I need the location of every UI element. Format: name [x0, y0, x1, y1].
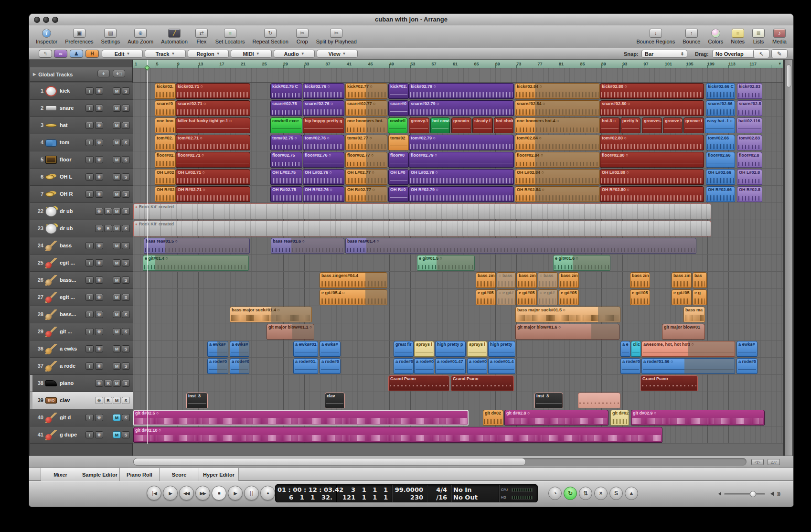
freeze-button[interactable]: ※ — [95, 294, 103, 301]
region[interactable]: kick#02.83 — [737, 83, 762, 99]
region[interactable]: sprays l — [467, 341, 487, 357]
track-row-git-29[interactable]: 29git ...I※MS — [30, 323, 133, 340]
region[interactable]: steady f — [472, 117, 493, 133]
region[interactable]: Grand Piano — [451, 375, 514, 391]
region[interactable]: ●Rock Kit' created — [133, 203, 711, 219]
freeze-button[interactable]: ※ — [95, 191, 103, 198]
solo-button[interactable]: S — [122, 139, 130, 146]
mute-button[interactable]: M — [113, 87, 121, 95]
solo-button[interactable]: S — [122, 277, 130, 284]
region[interactable]: ○ bass — [538, 272, 558, 288]
region[interactable]: floor#02.80 ○ — [600, 152, 704, 168]
input-button[interactable]: I — [85, 173, 94, 181]
region[interactable]: OH R#0 — [388, 186, 409, 202]
toolbar-button-bounce-regions[interactable]: ↓Bounce Regions — [636, 29, 675, 44]
track-row-egit-27[interactable]: 27egit ...I※MS — [30, 289, 133, 306]
region[interactable]: sprays l — [414, 341, 434, 357]
region[interactable]: OH L#02.79 ○ — [409, 169, 514, 185]
region[interactable]: snare#02.77 ○ — [345, 100, 387, 116]
mute-button[interactable]: M — [113, 173, 121, 181]
tab-score[interactable]: Score — [160, 468, 199, 481]
region[interactable]: snare#02.76 ○ — [303, 100, 344, 116]
global-tracks-header[interactable]: ▶ Global Tracks + +□ — [30, 67, 132, 82]
menu-button-view[interactable]: View▼ — [317, 50, 358, 58]
region[interactable]: tom#02.66 — [706, 135, 735, 150]
input-button[interactable]: I — [85, 191, 94, 198]
region[interactable]: e git#05 — [517, 289, 537, 305]
freeze-button[interactable]: ※ — [95, 277, 103, 284]
input-button[interactable]: I — [85, 122, 94, 129]
freeze-button[interactable]: ※ — [95, 414, 103, 421]
region[interactable]: OH L#02.76 ○ — [303, 169, 344, 185]
region[interactable]: kick#02.79 ○ — [409, 83, 514, 99]
track-row-a-ewks-36[interactable]: 36a ewksI※MS — [30, 340, 133, 358]
tab-piano-roll[interactable]: Piano Roll — [120, 468, 160, 481]
region[interactable]: cowbell exce — [270, 117, 302, 133]
bar-ruler[interactable]: ▾ 15913172125293337414549535761656973778… — [133, 60, 783, 68]
region[interactable]: clav — [325, 393, 345, 408]
region[interactable]: kick#02.84 ○ — [515, 83, 600, 99]
region[interactable]: OH R#02.71 ○ — [176, 186, 250, 202]
region[interactable]: floor#02.84 ○ — [515, 152, 600, 168]
input-button[interactable]: I — [85, 362, 94, 370]
input-button[interactable]: I — [85, 259, 94, 266]
region[interactable]: OH R#02.66 — [706, 186, 735, 202]
track-row-tom-4[interactable]: 4tomI※MS — [30, 134, 133, 151]
region[interactable]: snare#02.80 ○ — [600, 100, 704, 116]
region[interactable]: git major blow#01.6 ○ — [515, 324, 619, 340]
region[interactable]: bass rea#01.6 ○ — [271, 238, 344, 254]
region[interactable]: git d#02.8 ○ — [504, 410, 608, 426]
toolbar-button-notes[interactable]: ≡Notes — [731, 29, 745, 44]
mute-button[interactable]: M — [113, 311, 121, 318]
menu-button-audio[interactable]: Audio▼ — [274, 50, 315, 58]
region[interactable]: OH R#02.75 — [270, 186, 302, 202]
region[interactable]: e git#01.4 ○ — [143, 255, 249, 271]
mute-button[interactable]: M — [113, 431, 121, 438]
region[interactable]: Inst 3 — [534, 393, 563, 408]
region[interactable]: tom#02.77 ○ — [345, 135, 387, 150]
freeze-button[interactable]: ※ — [95, 397, 103, 404]
region[interactable]: kick#02.71 ○ — [176, 83, 250, 99]
region[interactable]: git d#02.9 ○ — [631, 410, 765, 426]
region[interactable]: kick#02.75 C — [270, 83, 302, 99]
region[interactable]: bass major suck#01.5 ○ — [515, 307, 620, 322]
record-button[interactable]: ● — [260, 486, 275, 500]
solo-button[interactable]: S — [122, 225, 130, 232]
input-button[interactable]: I — [85, 311, 94, 318]
toolbar-button-inspector[interactable]: iInspector — [36, 29, 57, 44]
solo-button[interactable]: S — [122, 122, 130, 129]
freeze-button[interactable]: ※ — [95, 431, 103, 438]
region[interactable]: a rode#0 — [736, 358, 758, 374]
region[interactable]: easy hat .1 ○ — [705, 117, 735, 133]
region[interactable]: great fir — [394, 341, 414, 357]
region[interactable]: a e — [620, 341, 630, 357]
region[interactable]: floor#0 — [388, 152, 409, 168]
region[interactable]: OH R#02.80 ○ — [600, 186, 704, 202]
region[interactable]: a rode#0 — [414, 358, 434, 374]
region[interactable]: OH L#02.80 ○ — [600, 169, 704, 185]
track-row-piano-38[interactable]: 38piano※RMS — [30, 375, 133, 392]
input-button[interactable]: I — [85, 414, 94, 421]
toolbar-button-automation[interactable]: ╱Automation — [161, 29, 188, 44]
toolbar-button-preferences[interactable]: ▣Preferences — [65, 29, 93, 44]
cycle-button[interactable]: ↻ — [564, 487, 577, 500]
region[interactable]: floor#02.76 ○ — [303, 152, 344, 168]
region[interactable]: hip hoppy pretty g — [303, 117, 344, 133]
track-row-clav-39[interactable]: 39EVDclav※RMS — [30, 392, 133, 409]
freeze-button[interactable]: ※ — [95, 139, 103, 146]
metronome-button[interactable]: ▲ — [625, 487, 638, 500]
solo-button[interactable]: S — [122, 156, 130, 163]
region[interactable]: tom#02.76 ○ — [303, 135, 344, 150]
region[interactable]: Grand Piano — [640, 375, 698, 391]
region[interactable]: tom#02.71 ○ — [176, 135, 250, 150]
forward-button[interactable]: ▶▶ — [195, 486, 210, 500]
pointer-tool-button[interactable]: ↖ — [753, 49, 769, 58]
solo-button[interactable]: S — [609, 487, 623, 500]
pause-button[interactable]: ││ — [244, 486, 259, 500]
solo-button[interactable]: S — [122, 105, 130, 112]
region[interactable]: floor#02.8 — [737, 152, 762, 168]
region[interactable]: bass rea#01.5 ○ — [144, 238, 250, 254]
track-row-dr-ub-23[interactable]: 23dr ub※RMS — [30, 220, 133, 237]
region[interactable]: clic — [631, 341, 641, 357]
track-row-snare-2[interactable]: 2snareI※MS — [30, 100, 133, 117]
